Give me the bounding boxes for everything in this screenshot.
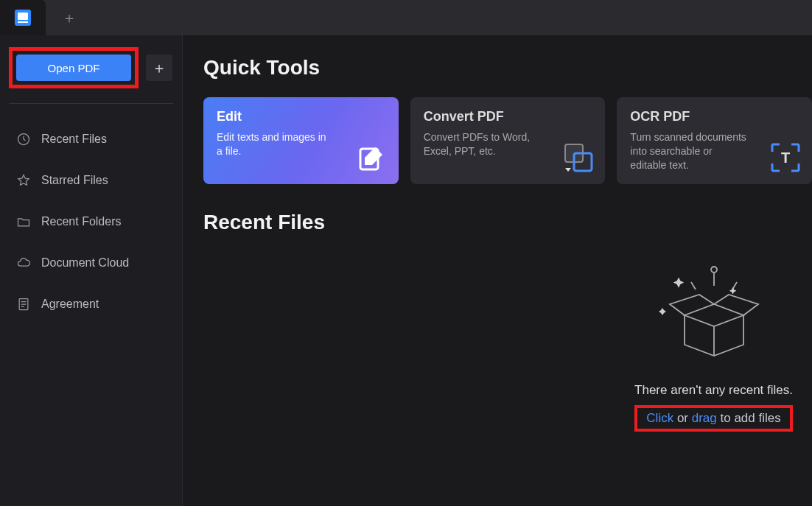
sidebar-item-label: Recent Files bbox=[41, 133, 107, 146]
main-content: Quick Tools Edit Edit texts and images i… bbox=[183, 35, 812, 506]
drop-hint-rest: to add files bbox=[717, 411, 781, 425]
tool-card-title: Convert PDF bbox=[424, 109, 592, 124]
add-button[interactable]: ＋ bbox=[146, 55, 172, 81]
tutorial-highlight-drop-hint: Click or drag to add files bbox=[634, 405, 792, 432]
document-icon bbox=[16, 297, 31, 312]
app-logo bbox=[0, 0, 46, 35]
drop-hint[interactable]: Click or drag to add files bbox=[646, 411, 780, 425]
tool-card-title: OCR PDF bbox=[630, 109, 799, 124]
svg-rect-2 bbox=[18, 21, 28, 23]
quick-tools-row: Edit Edit texts and images in a file. Co… bbox=[203, 97, 812, 184]
tool-card-desc: Turn scanned documents into searchable o… bbox=[630, 130, 748, 172]
sidebar-item-label: Starred Files bbox=[41, 174, 108, 187]
svg-rect-1 bbox=[18, 13, 28, 20]
drop-hint-or: or bbox=[673, 411, 692, 425]
sidebar: Open PDF ＋ Recent Files Starred Files Re… bbox=[0, 35, 183, 506]
sidebar-item-label: Agreement bbox=[41, 298, 99, 311]
click-link[interactable]: Click bbox=[646, 411, 673, 425]
empty-message: There aren't any recent files. bbox=[634, 383, 793, 398]
empty-box-illustration bbox=[655, 264, 773, 367]
open-pdf-button[interactable]: Open PDF bbox=[16, 55, 131, 81]
convert-icon bbox=[562, 141, 595, 174]
tutorial-highlight-open-pdf: Open PDF bbox=[9, 47, 139, 88]
sidebar-item-starred-files[interactable]: Starred Files bbox=[9, 163, 173, 198]
edit-icon bbox=[356, 141, 388, 174]
titlebar: ＋ bbox=[0, 0, 812, 35]
tool-card-desc: Edit texts and images in a file. bbox=[217, 130, 335, 158]
sidebar-item-recent-files[interactable]: Recent Files bbox=[9, 122, 173, 157]
recent-files-title: Recent Files bbox=[203, 211, 812, 234]
quick-tools-title: Quick Tools bbox=[203, 56, 812, 80]
tool-card-edit[interactable]: Edit Edit texts and images in a file. bbox=[203, 97, 399, 184]
drag-link[interactable]: drag bbox=[692, 411, 717, 425]
sidebar-divider bbox=[9, 103, 173, 104]
star-icon bbox=[16, 173, 31, 188]
tool-card-title: Edit bbox=[217, 109, 385, 124]
svg-text:T: T bbox=[781, 150, 790, 166]
sidebar-item-document-cloud[interactable]: Document Cloud bbox=[9, 245, 173, 281]
sidebar-item-label: Document Cloud bbox=[41, 256, 129, 270]
ocr-icon: T bbox=[769, 141, 802, 174]
cloud-icon bbox=[16, 256, 31, 270]
new-tab-button[interactable]: ＋ bbox=[57, 6, 81, 29]
tool-card-ocr[interactable]: OCR PDF Turn scanned documents into sear… bbox=[617, 97, 812, 184]
tool-card-convert[interactable]: Convert PDF Convert PDFs to Word, Excel,… bbox=[410, 97, 606, 184]
clock-icon bbox=[16, 132, 31, 147]
folder-icon bbox=[16, 214, 31, 229]
tool-card-desc: Convert PDFs to Word, Excel, PPT, etc. bbox=[424, 130, 542, 158]
sidebar-item-agreement[interactable]: Agreement bbox=[9, 287, 173, 322]
sidebar-item-label: Recent Folders bbox=[41, 215, 122, 228]
empty-state: There aren't any recent files. Click or … bbox=[203, 264, 808, 432]
sidebar-item-recent-folders[interactable]: Recent Folders bbox=[9, 204, 173, 239]
